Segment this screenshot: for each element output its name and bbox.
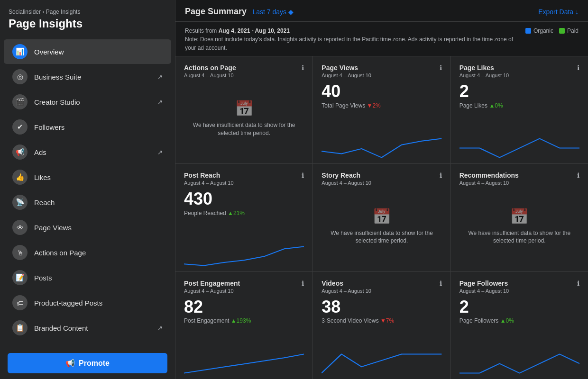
metric-date: August 4 – August 10 [459, 72, 509, 78]
promote-button[interactable]: 📢 Promote [8, 353, 167, 373]
metric-info-icon[interactable]: ℹ [302, 280, 304, 287]
sidebar-item-ads[interactable]: 📢 Ads ↗ [4, 140, 171, 164]
legend-paid: Paid [559, 27, 579, 34]
metric-chart [459, 327, 579, 374]
metric-title: Page Views [322, 64, 371, 72]
metric-sub: Total Page Views ▼2% [322, 102, 441, 109]
sidebar-item-branded-content[interactable]: 📋 Branded Content ↗ [4, 316, 171, 340]
metric-date: August 4 – August 10 [184, 72, 236, 78]
metric-title: Page Likes [459, 64, 509, 72]
page-summary-section: Page Summary Last 7 days ◆ [185, 7, 294, 17]
metric-header: Post Reach August 4 – August 10 ℹ [184, 171, 304, 186]
metric-chart [322, 112, 441, 159]
metric-title-group: Page Views August 4 – August 10 [322, 64, 371, 78]
metric-chart [184, 219, 304, 267]
metric-card-story-reach: Story Reach August 4 – August 10 ℹ 📅 We … [313, 164, 450, 271]
chart-svg [322, 135, 441, 159]
metric-title-group: Videos August 4 – August 10 [322, 280, 371, 294]
followers-icon: ✔ [12, 119, 28, 135]
legend-dot [525, 28, 531, 34]
chart-svg [322, 351, 441, 374]
time-filter[interactable]: Last 7 days ◆ [253, 8, 294, 16]
main-header: Page Summary Last 7 days ◆ Export Data ↓ [175, 0, 588, 22]
sidebar-item-product-tagged[interactable]: 🏷 Product-tagged Posts [4, 290, 171, 315]
sidebar-nav: 📊 Overview ◎ Business Suite ↗ 🎬 Creator … [0, 35, 175, 347]
metric-header: Post Engagement August 4 – August 10 ℹ [184, 280, 304, 294]
metric-title: Videos [322, 280, 371, 287]
sidebar-item-page-views[interactable]: 👁 Page Views [4, 215, 171, 240]
metric-info-icon[interactable]: ℹ [577, 171, 579, 179]
product-tagged-label: Product-tagged Posts [34, 299, 163, 307]
sidebar-item-business-suite[interactable]: ◎ Business Suite ↗ [4, 64, 171, 89]
metric-title-group: Page Followers August 4 – August 10 [459, 280, 509, 294]
metric-chart [184, 327, 304, 374]
metric-title: Recommendations [459, 171, 519, 179]
creator-studio-icon: 🎬 [12, 94, 28, 109]
results-text: Results from Aug 4, 2021 - Aug 10, 2021 … [185, 27, 525, 52]
metric-date: August 4 – August 10 [322, 288, 371, 294]
overview-label: Overview [34, 48, 163, 56]
metric-info-icon[interactable]: ℹ [577, 280, 579, 287]
metric-title-group: Story Reach August 4 – August 10 [322, 171, 371, 186]
insufficient-text: We have insufficient data to show for th… [184, 121, 304, 137]
legend-dot [559, 28, 565, 34]
creator-studio-external-icon: ↗ [157, 99, 163, 106]
promote-label: Promote [79, 359, 110, 368]
calendar-icon: 📅 [510, 208, 529, 226]
sidebar-item-followers[interactable]: ✔ Followers [4, 115, 171, 139]
sidebar-item-creator-studio[interactable]: 🎬 Creator Studio ↗ [4, 90, 171, 114]
product-tagged-icon: 🏷 [12, 295, 28, 310]
metric-info-icon[interactable]: ℹ [302, 171, 304, 179]
insufficient-data: 📅 We have insufficient data to show for … [184, 78, 304, 159]
metric-title: Post Reach [184, 171, 234, 179]
metric-date: August 4 – August 10 [184, 180, 234, 186]
sidebar-item-reach[interactable]: 📡 Reach [4, 190, 171, 215]
branded-content-external-icon: ↗ [157, 325, 163, 332]
metric-card-recommendations: Recommendations August 4 – August 10 ℹ 📅… [451, 164, 588, 271]
metric-card-page-views: Page Views August 4 – August 10 ℹ 40 Tot… [313, 56, 450, 163]
sidebar-item-posts[interactable]: 📝 Posts [4, 265, 171, 290]
results-bar: Results from Aug 4, 2021 - Aug 10, 2021 … [175, 22, 588, 56]
metric-title-group: Post Engagement August 4 – August 10 [184, 280, 240, 294]
metric-info-icon[interactable]: ℹ [440, 280, 442, 287]
metric-card-page-followers: Page Followers August 4 – August 10 ℹ 2 … [451, 272, 588, 379]
likes-icon: 👍 [12, 170, 28, 185]
metric-info-icon[interactable]: ℹ [577, 64, 579, 72]
metric-header: Page Views August 4 – August 10 ℹ [322, 64, 441, 78]
sidebar-item-overview[interactable]: 📊 Overview [4, 39, 171, 64]
creator-studio-label: Creator Studio [34, 98, 151, 106]
metric-card-page-likes: Page Likes August 4 – August 10 ℹ 2 Page… [451, 56, 588, 163]
metric-info-icon[interactable]: ℹ [302, 64, 304, 72]
metric-header: Story Reach August 4 – August 10 ℹ [322, 171, 441, 186]
metric-value: 38 [322, 298, 441, 316]
metric-card-actions-on-page: Actions on Page August 4 – August 10 ℹ 📅… [175, 56, 312, 163]
posts-label: Posts [34, 274, 163, 282]
metric-change: ▲0% [489, 102, 503, 109]
insufficient-data: 📅 We have insufficient data to show for … [459, 186, 579, 266]
metric-change: ▼7% [380, 317, 394, 324]
calendar-icon: 📅 [372, 208, 391, 226]
metric-value: 82 [184, 298, 304, 316]
metric-date: August 4 – August 10 [459, 180, 519, 186]
metric-value: 40 [322, 82, 441, 101]
branded-content-icon: 📋 [12, 320, 28, 335]
page-summary-title: Page Summary [185, 7, 247, 16]
metric-title: Page Followers [459, 280, 509, 287]
metric-value: 2 [459, 298, 579, 316]
metric-header: Actions on Page August 4 – August 10 ℹ [184, 64, 304, 78]
sidebar-item-actions-on-page[interactable]: 🖱 Actions on Page [4, 240, 171, 265]
legend: OrganicPaid [525, 27, 579, 34]
metric-info-icon[interactable]: ℹ [440, 64, 442, 72]
legend-organic: Organic [525, 27, 553, 34]
metric-info-icon[interactable]: ℹ [440, 171, 442, 179]
export-button[interactable]: Export Data ↓ [538, 8, 579, 16]
metric-header: Recommendations August 4 – August 10 ℹ [459, 171, 579, 186]
calendar-icon: 📅 [235, 99, 254, 117]
sidebar-header: Socialinsider › Page Insights Page Insig… [0, 0, 175, 35]
reach-icon: 📡 [12, 195, 28, 210]
metric-title: Actions on Page [184, 64, 236, 72]
metric-card-videos: Videos August 4 – August 10 ℹ 38 3-Secon… [313, 272, 450, 379]
sidebar-item-likes[interactable]: 👍 Likes [4, 165, 171, 190]
metric-change: ▼2% [367, 102, 381, 109]
insufficient-text: We have insufficient data to show for th… [459, 229, 579, 245]
